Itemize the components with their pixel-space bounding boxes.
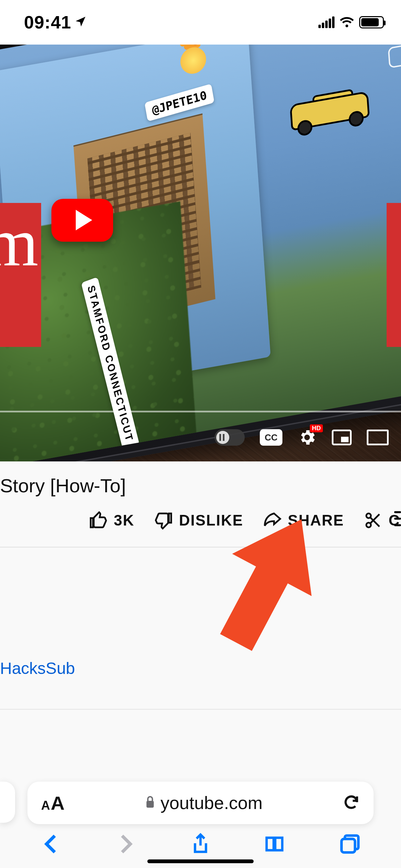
like-count: 3K xyxy=(114,512,134,529)
status-time: 09:41 xyxy=(24,12,71,33)
back-button[interactable] xyxy=(40,833,62,856)
location-icon xyxy=(75,16,86,29)
tab-switcher-peek[interactable] xyxy=(0,782,15,823)
cellular-signal-icon xyxy=(318,16,335,28)
captions-button[interactable]: CC xyxy=(260,429,282,446)
wifi-icon xyxy=(339,16,354,29)
taxi-sticker-icon xyxy=(288,85,372,140)
dislike-label: DISLIKE xyxy=(179,512,243,529)
forward-button[interactable] xyxy=(115,833,137,856)
autoplay-toggle[interactable] xyxy=(215,429,245,446)
svg-rect-3 xyxy=(341,839,355,852)
play-button[interactable] xyxy=(51,199,113,242)
svg-point-1 xyxy=(366,523,371,528)
address-bar[interactable]: AA youtube.com xyxy=(27,782,374,824)
reload-button[interactable] xyxy=(343,794,360,812)
phone-mockup: jp32442017 @JPETE10 STAMFORD CONNECTICUT xyxy=(0,45,401,461)
like-button[interactable]: 3K xyxy=(89,511,134,530)
bookmarks-button[interactable] xyxy=(264,833,286,856)
video-title: Story [How-To] xyxy=(0,461,401,505)
lock-icon xyxy=(145,793,156,813)
player-controls: CC HD xyxy=(0,413,401,461)
fullscreen-button[interactable] xyxy=(367,430,389,445)
battery-icon xyxy=(359,16,384,28)
channel-link[interactable]: HacksSub xyxy=(0,659,75,678)
video-actions: 3K DISLIKE SHARE CLIP xyxy=(0,511,401,530)
home-indicator[interactable] xyxy=(147,859,254,863)
settings-button[interactable]: HD xyxy=(297,428,317,447)
miniplayer-button[interactable] xyxy=(332,430,352,445)
more-actions-icon[interactable] xyxy=(394,511,401,526)
hd-badge: HD xyxy=(310,424,323,432)
url-text: youtube.com xyxy=(160,793,263,813)
browser-share-button[interactable] xyxy=(190,833,211,856)
text-size-button[interactable]: AA xyxy=(41,792,64,814)
status-bar: 09:41 xyxy=(0,0,401,45)
left-overlay: m xyxy=(0,203,41,347)
dislike-button[interactable]: DISLIKE xyxy=(154,511,243,530)
sticker-square-icon xyxy=(388,45,401,69)
svg-rect-2 xyxy=(147,801,154,808)
tabs-button[interactable] xyxy=(339,833,361,856)
video-player[interactable]: jp32442017 @JPETE10 STAMFORD CONNECTICUT… xyxy=(0,45,401,461)
scissors-icon xyxy=(364,511,382,530)
thumbs-up-icon xyxy=(89,511,108,530)
thumbs-down-icon xyxy=(154,511,173,530)
svg-point-0 xyxy=(366,514,371,518)
right-overlay xyxy=(387,203,401,347)
divider xyxy=(0,709,401,710)
